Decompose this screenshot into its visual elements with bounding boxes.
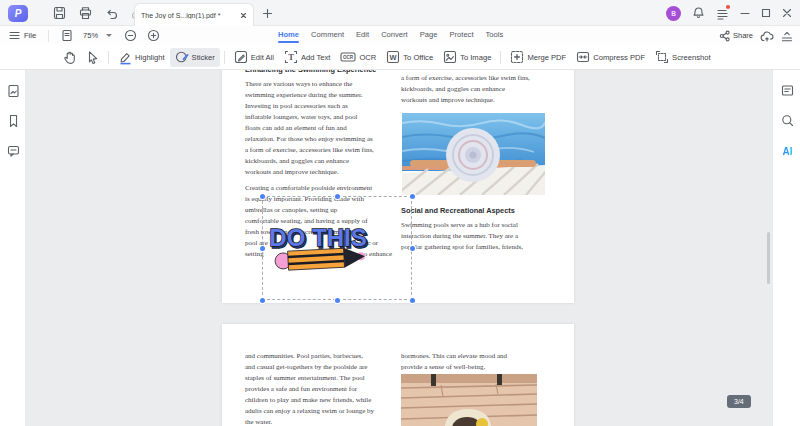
- notifications-bell-icon[interactable]: [692, 6, 705, 20]
- vertical-scrollbar[interactable]: [767, 232, 770, 284]
- pdf-text-line: provide a sense of well-being.: [401, 363, 485, 372]
- select-tool-button[interactable]: [81, 48, 104, 67]
- pdf-text-line: a form of exercise, accessories like swi…: [245, 146, 374, 155]
- compress-pdf-icon: [576, 50, 590, 64]
- pdf-text-line: kickboards, and goggles can enhance: [401, 85, 505, 94]
- title-bar: P The Joy of S...ign(1).pdf * B: [0, 0, 800, 26]
- pdf-text-line: popular gathering spot for families, fri…: [401, 243, 523, 252]
- save-button[interactable]: [50, 4, 68, 22]
- highlight-button[interactable]: Highlight: [113, 48, 170, 67]
- left-panel-rail: [0, 70, 26, 426]
- share-label: Share: [733, 31, 753, 40]
- zoom-level-value[interactable]: 75%: [83, 31, 98, 40]
- tab-convert[interactable]: Convert: [379, 29, 410, 42]
- resize-handle-s[interactable]: [335, 298, 340, 303]
- resize-handle-ne[interactable]: [410, 194, 415, 199]
- to-image-label: To Image: [460, 53, 491, 62]
- pdfelement-window: P The Joy of S...ign(1).pdf * B: [0, 0, 800, 426]
- share-button[interactable]: Share: [719, 30, 753, 42]
- thumbnails-panel-button[interactable]: [6, 83, 21, 98]
- search-panel-button[interactable]: [780, 113, 795, 128]
- notification-dot: [726, 5, 730, 9]
- toolbar: Highlight Sticker Edit All T Add Text: [0, 45, 800, 70]
- screenshot-label: Screenshot: [672, 53, 710, 62]
- pdf-text-line: inflatable loungers, water toys, and poo…: [245, 113, 358, 122]
- ocr-button[interactable]: OCR OCR: [335, 48, 381, 67]
- main-nav: Home Comment Edit Convert Page Protect T…: [276, 26, 505, 45]
- resize-handle-se[interactable]: [410, 298, 415, 303]
- hand-tool-button[interactable]: [57, 48, 81, 67]
- document-tab[interactable]: The Joy of S...ign(1).pdf *: [134, 3, 254, 26]
- whats-new-icon[interactable]: [716, 7, 729, 20]
- pdf-text-line: the water.: [245, 418, 272, 426]
- collapse-toolbar-icon[interactable]: [781, 30, 793, 42]
- search-icon: [781, 114, 794, 127]
- sticker-button[interactable]: Sticker: [170, 48, 220, 67]
- document-workspace: Enhancing the Swimming Experience There …: [0, 70, 800, 426]
- resize-handle-w[interactable]: [260, 246, 265, 251]
- tab-protect[interactable]: Protect: [447, 29, 475, 42]
- pdf-text-line: staples of summer entertainment. The poo…: [245, 374, 365, 383]
- tab-page[interactable]: Page: [418, 29, 440, 42]
- to-office-button[interactable]: W To Office: [381, 48, 438, 67]
- zoom-out-button[interactable]: [124, 29, 137, 42]
- tab-tools[interactable]: Tools: [484, 29, 506, 42]
- pdf-text-line: swimming experience during the summer.: [245, 91, 363, 100]
- tab-edit[interactable]: Edit: [354, 29, 371, 42]
- ocr-icon: OCR: [340, 50, 356, 64]
- screenshot-icon: [655, 50, 669, 64]
- undo-button[interactable]: [102, 4, 120, 22]
- sticker-selection-box[interactable]: [262, 196, 412, 300]
- app-logo-icon: P: [8, 5, 28, 22]
- minimize-button[interactable]: [740, 8, 750, 18]
- compress-pdf-button[interactable]: Compress PDF: [571, 48, 650, 67]
- resize-handle-e[interactable]: [410, 246, 415, 251]
- comments-panel-button[interactable]: [6, 143, 21, 158]
- merge-pdf-button[interactable]: Merge PDF: [505, 48, 571, 67]
- pdf-text-line: provides a safe and fun environment for: [245, 385, 357, 394]
- edit-all-button[interactable]: Edit All: [229, 48, 279, 67]
- pdf-text-line: relaxation. For those who enjoy swimming…: [245, 135, 373, 144]
- tab-close-icon[interactable]: [240, 12, 247, 19]
- page-view-icon[interactable]: [61, 29, 73, 42]
- to-image-button[interactable]: To Image: [438, 48, 496, 67]
- bookmarks-panel-button[interactable]: [6, 113, 21, 128]
- pdf-text-line: interaction during the summer. They are …: [401, 232, 518, 241]
- screenshot-button[interactable]: Screenshot: [650, 48, 715, 67]
- tab-home[interactable]: Home: [276, 29, 301, 42]
- highlight-label: Highlight: [135, 53, 165, 62]
- sticker-icon: [175, 50, 189, 64]
- section-heading-clipped: Enhancing the Swimming Experience: [245, 70, 376, 74]
- pdf-text-line: workouts and improve technique.: [401, 96, 495, 105]
- close-button[interactable]: [782, 8, 792, 18]
- pool-photo: [402, 113, 545, 195]
- poolside-photo: [401, 374, 537, 426]
- maximize-button[interactable]: [761, 8, 771, 18]
- cloud-upload-icon[interactable]: [760, 30, 774, 42]
- pdf-text-line: Creating a comfortable poolside environm…: [245, 184, 372, 193]
- hand-icon: [62, 50, 76, 65]
- resize-handle-n[interactable]: [335, 194, 340, 199]
- tab-comment[interactable]: Comment: [309, 29, 346, 42]
- ocr-label: OCR: [359, 53, 376, 62]
- file-menu[interactable]: File: [9, 31, 36, 40]
- annotations-panel-button[interactable]: [780, 83, 795, 98]
- zoom-in-button[interactable]: [147, 29, 160, 42]
- edit-all-label: Edit All: [251, 53, 274, 62]
- page-thumbnail-icon: [7, 84, 20, 98]
- user-avatar[interactable]: B: [666, 6, 681, 21]
- resize-handle-sw[interactable]: [260, 298, 265, 303]
- section-heading: Social and Recreational Aspects: [401, 206, 515, 215]
- ai-assistant-button[interactable]: AI: [780, 144, 795, 159]
- resize-handle-nw[interactable]: [260, 194, 265, 199]
- new-tab-button[interactable]: [258, 4, 276, 22]
- add-text-button[interactable]: T Add Text: [279, 48, 335, 67]
- pdf-text-line: floats can add an element of fun and: [245, 124, 347, 133]
- bookmark-icon: [7, 114, 20, 128]
- zoom-dropdown-icon[interactable]: [106, 34, 112, 37]
- menu-bar: File 75% Home Comment Edit Convert Page …: [0, 26, 800, 45]
- pdf-text-line: There are various ways to enhance the: [245, 80, 352, 89]
- compress-pdf-label: Compress PDF: [593, 53, 645, 62]
- pdf-text-line: adults can enjoy a relaxing swim or loun…: [245, 407, 374, 416]
- print-button[interactable]: [76, 4, 94, 22]
